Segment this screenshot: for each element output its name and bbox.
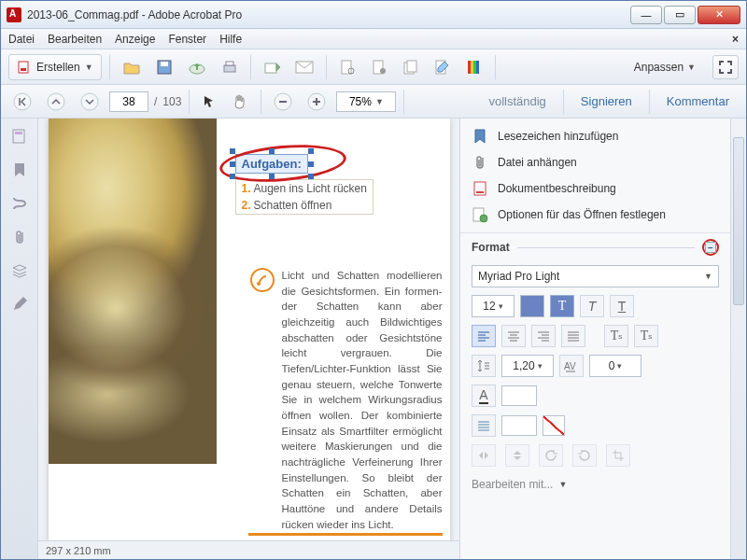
align-right-button[interactable] bbox=[531, 325, 556, 347]
menu-view[interactable]: Anzeige bbox=[115, 33, 155, 46]
fullscreen-button[interactable] bbox=[712, 55, 739, 79]
svg-point-22 bbox=[81, 93, 98, 110]
tab-full[interactable]: vollständig bbox=[479, 94, 555, 108]
bold-highlight-button[interactable]: T bbox=[550, 295, 574, 317]
share-button[interactable] bbox=[259, 55, 285, 79]
collapse-format-button[interactable]: − bbox=[702, 239, 719, 256]
layers-tab[interactable] bbox=[9, 260, 30, 281]
task-list: 1.Augen ins Licht rücken 2.Schatten öffn… bbox=[235, 179, 374, 215]
zoom-in-button[interactable] bbox=[303, 90, 331, 114]
rotate-ccw-button[interactable] bbox=[539, 444, 563, 467]
scroll-thumb[interactable] bbox=[733, 137, 744, 305]
svg-rect-14 bbox=[407, 61, 416, 72]
svg-rect-5 bbox=[224, 65, 235, 72]
task-header-selected[interactable]: Aufgaben: bbox=[235, 154, 308, 174]
page-sep: / bbox=[154, 95, 157, 108]
toolbar-primary: Erstellen ▼ Anpassen ▼ bbox=[1, 49, 746, 85]
edit-with-button[interactable]: Bearbeiten mit... ▼ bbox=[472, 474, 719, 491]
align-left-button[interactable] bbox=[472, 325, 496, 347]
underline-button[interactable]: T bbox=[610, 295, 634, 317]
menu-window[interactable]: Fenster bbox=[168, 33, 206, 46]
crop-button[interactable] bbox=[606, 444, 630, 467]
rotate-cw-button[interactable] bbox=[572, 444, 597, 467]
attachments-tab[interactable] bbox=[9, 227, 30, 247]
tab-comment[interactable]: Kommentar bbox=[657, 94, 739, 108]
workspace: Aufgaben: 1.Augen ins Licht rücken 2.Sch… bbox=[1, 119, 746, 559]
zoom-select[interactable]: 75%▼ bbox=[336, 91, 396, 112]
convert-button[interactable] bbox=[366, 55, 392, 79]
page-number-input[interactable] bbox=[109, 91, 148, 112]
selection-handles[interactable] bbox=[233, 151, 311, 176]
document-viewport[interactable]: Aufgaben: 1.Augen ins Licht rücken 2.Sch… bbox=[38, 119, 459, 540]
flip-v-button[interactable] bbox=[505, 444, 529, 467]
contentorder-tab[interactable] bbox=[9, 193, 30, 214]
bookmark-ribbon-icon bbox=[472, 128, 488, 145]
align-justify-button[interactable] bbox=[561, 325, 585, 347]
format-label: Format bbox=[472, 241, 510, 254]
thumbnails-tab[interactable] bbox=[9, 126, 30, 147]
font-select[interactable]: Myriad Pro Light ▼ bbox=[472, 265, 719, 287]
open-button[interactable] bbox=[118, 55, 146, 79]
chevron-down-icon: ▾ bbox=[617, 361, 622, 371]
maximize-button[interactable]: ▭ bbox=[664, 6, 696, 24]
export-button[interactable] bbox=[334, 55, 360, 79]
tracking-value: 0 bbox=[609, 359, 615, 372]
line-height-input[interactable]: 1,20▾ bbox=[501, 355, 554, 377]
left-nav bbox=[1, 119, 38, 559]
document-description-item[interactable]: Dokumentbeschreibung bbox=[472, 180, 719, 197]
close-document-button[interactable]: × bbox=[732, 33, 739, 46]
tab-sign[interactable]: Signieren bbox=[571, 94, 641, 108]
paperclip-icon bbox=[472, 154, 488, 171]
tracking-input[interactable]: 0▾ bbox=[589, 355, 641, 377]
minimize-button[interactable]: — bbox=[630, 6, 662, 24]
tool5-button[interactable] bbox=[398, 55, 424, 79]
underline-color-icon: A bbox=[472, 385, 496, 407]
attach-file-item[interactable]: Datei anhängen bbox=[472, 154, 719, 171]
email-button[interactable] bbox=[290, 55, 318, 79]
fill-color-swatch[interactable] bbox=[501, 415, 537, 436]
save-button[interactable] bbox=[151, 55, 177, 79]
align-center-button[interactable] bbox=[501, 325, 526, 347]
italic-button[interactable]: T bbox=[580, 295, 604, 317]
flip-h-button[interactable] bbox=[472, 444, 496, 467]
add-bookmark-item[interactable]: Lesezeichen hinzufügen bbox=[472, 128, 719, 145]
close-button[interactable]: ✕ bbox=[698, 6, 740, 24]
print-button[interactable] bbox=[217, 55, 243, 79]
menu-file[interactable]: Datei bbox=[8, 33, 35, 46]
expand-icon bbox=[719, 61, 732, 74]
menu-help[interactable]: Hilfe bbox=[219, 33, 242, 46]
create-button[interactable]: Erstellen ▼ bbox=[8, 54, 102, 80]
cloud-button[interactable] bbox=[183, 55, 211, 79]
app-window: 2013-06_Commag.pdf - Adobe Acrobat Pro —… bbox=[0, 0, 747, 560]
subscript-button[interactable]: Ts bbox=[634, 325, 658, 347]
svg-rect-19 bbox=[476, 61, 479, 74]
pen-icon bbox=[11, 296, 28, 313]
text-color-swatch[interactable] bbox=[520, 295, 544, 317]
right-scrollbar[interactable] bbox=[730, 119, 746, 559]
no-fill-swatch[interactable] bbox=[543, 415, 565, 436]
hand-tool-button[interactable] bbox=[227, 90, 253, 114]
open-options-item[interactable]: Optionen für das Öffnen festlegen bbox=[472, 206, 719, 223]
page-down-button[interactable] bbox=[76, 90, 104, 114]
colors-button[interactable] bbox=[461, 55, 487, 79]
customize-button[interactable]: Anpassen ▼ bbox=[628, 61, 701, 74]
menubar: Datei Bearbeiten Anzeige Fenster Hilfe × bbox=[1, 29, 746, 49]
svg-rect-32 bbox=[476, 191, 484, 193]
menu-edit[interactable]: Bearbeiten bbox=[48, 33, 102, 46]
zoom-out-button[interactable] bbox=[269, 90, 297, 114]
cursor-icon bbox=[202, 94, 217, 109]
signatures-tab[interactable] bbox=[9, 294, 30, 315]
paperclip-icon bbox=[12, 229, 27, 245]
bookmarks-tab[interactable] bbox=[9, 160, 30, 180]
task-item: 2.Schatten öffnen bbox=[236, 197, 373, 214]
rainbow-icon bbox=[466, 59, 483, 76]
task-num: 1. bbox=[242, 182, 251, 195]
superscript-button[interactable]: Ts bbox=[604, 325, 628, 347]
doc-search-icon bbox=[339, 59, 356, 76]
select-tool-button[interactable] bbox=[197, 90, 221, 114]
page-up-button[interactable] bbox=[42, 90, 70, 114]
tool6-button[interactable] bbox=[430, 55, 456, 79]
underline-color-swatch[interactable] bbox=[501, 385, 537, 406]
font-size-input[interactable]: 12▾ bbox=[472, 295, 514, 317]
page-first-button[interactable] bbox=[8, 90, 36, 114]
